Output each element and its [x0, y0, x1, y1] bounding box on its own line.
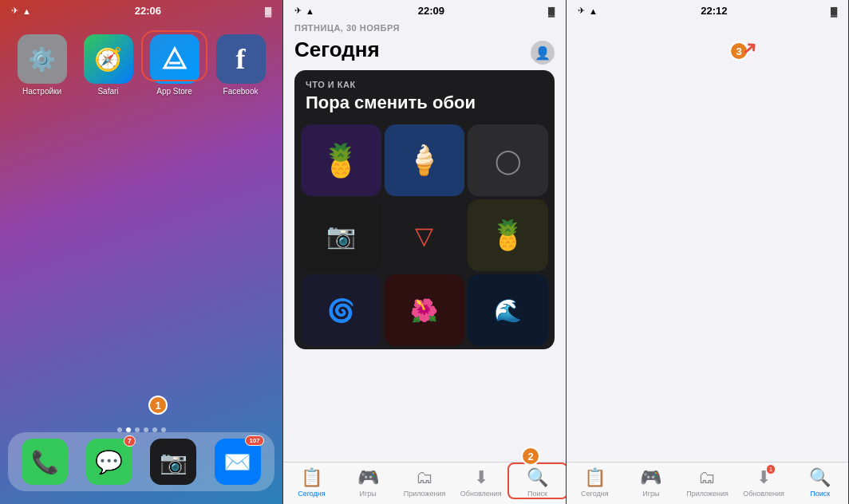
- status-right-3: ▓: [831, 6, 837, 16]
- battery-icon-1: ▓: [265, 6, 271, 16]
- wicon-8: 🌺: [385, 274, 465, 346]
- tab-updates-label: Обновления: [460, 490, 502, 498]
- tab-today-3[interactable]: 📋 Сегодня: [571, 467, 618, 498]
- screen-2-appstore: ✈ ▲ 22:09 ▓ ПЯТНИЦА, 30 НОЯБРЯ Сегодня 👤…: [283, 0, 567, 504]
- tab-search-2[interactable]: 🔍 Поиск: [514, 467, 562, 498]
- wifi-icon-2: ▲: [306, 6, 314, 16]
- tab-apps-3[interactable]: 🗂 Приложения: [683, 467, 731, 498]
- screen-3-search: ✈ ▲ 22:12 ▓ 🔍 Скачать видео... ✕ Отменит…: [567, 0, 849, 504]
- wicon-7: 🌀: [301, 274, 381, 346]
- status-left: ✈ ▲: [11, 6, 31, 16]
- tab-today-2[interactable]: 📋 Сегодня: [287, 467, 335, 498]
- tab-games-3[interactable]: 🎮 Игры: [627, 467, 675, 498]
- step-badge-1: 1: [148, 396, 168, 415]
- clock-1: 22:06: [135, 5, 161, 17]
- settings-icon: ⚙️: [18, 34, 67, 84]
- tab-updates-label-3: Обновления: [743, 490, 784, 498]
- tab-search-label-2: Поиск: [527, 490, 547, 498]
- status-right: ▓: [265, 6, 271, 16]
- tab-today-icon: 📋: [301, 467, 322, 488]
- featured-card[interactable]: ЧТО И КАК Пора сменить обои 🍍 🍦 ◯ 📷 ▽ 🍍 …: [294, 70, 555, 349]
- search-bg: [567, 0, 848, 504]
- tab-search-icon-3: 🔍: [809, 467, 831, 488]
- tab-apps-icon: 🗂: [416, 467, 433, 488]
- status-bar-2: ✈ ▲ 22:09 ▓: [283, 0, 566, 18]
- wifi-icon: ▲: [22, 6, 31, 16]
- tab-updates-3[interactable]: ⬇ 1 Обновления: [740, 467, 788, 498]
- tab-updates-icon: ⬇: [474, 467, 488, 488]
- featured-title: Пора сменить обои: [294, 93, 555, 121]
- safari-label: Safari: [97, 87, 118, 96]
- airplane-icon-3: ✈: [578, 6, 585, 16]
- screen-1-home: ✈ ▲ 22:06 ▓ ⚙️ Настройки 🧭 Safari: [0, 0, 283, 504]
- clock-3: 22:12: [701, 5, 727, 17]
- dock-mail[interactable]: ✉️ 107: [215, 439, 261, 485]
- featured-category: ЧТО И КАК: [294, 70, 555, 93]
- tab-apps-2[interactable]: 🗂 Приложения: [401, 467, 448, 498]
- tab-games-2[interactable]: 🎮 Игры: [344, 467, 392, 498]
- airplane-icon-2: ✈: [294, 6, 302, 16]
- tab-games-icon: 🎮: [357, 467, 379, 488]
- wicon-6: 🍍: [468, 199, 548, 271]
- app-settings[interactable]: ⚙️ Настройки: [13, 34, 71, 96]
- wicon-2: 🍦: [385, 124, 465, 196]
- tab-today-label-3: Сегодня: [581, 490, 609, 498]
- tab-games-label: Игры: [360, 490, 377, 498]
- tab-updates-icon-3: ⬇ 1: [756, 467, 771, 488]
- dock-messages[interactable]: 💬 7: [86, 439, 132, 485]
- facebook-icon: f: [216, 34, 266, 84]
- messages-badge: 7: [124, 435, 136, 447]
- wicon-4: 📷: [301, 199, 381, 271]
- safari-icon: 🧭: [84, 34, 133, 84]
- status-bar-1: ✈ ▲ 22:06 ▓: [0, 0, 282, 18]
- tab-updates-2[interactable]: ⬇ Обновления: [457, 467, 505, 498]
- user-avatar[interactable]: 👤: [531, 41, 555, 65]
- status-right-2: ▓: [548, 6, 555, 16]
- clock-2: 22:09: [418, 5, 444, 17]
- appstore-label: App Store: [156, 87, 192, 96]
- appstore-header: ПЯТНИЦА, 30 НОЯБРЯ Сегодня 👤: [283, 18, 566, 70]
- app-grid: ⚙️ Настройки 🧭 Safari App Store f Facebo…: [0, 18, 282, 112]
- status-left-2: ✈ ▲: [294, 6, 314, 16]
- settings-label: Настройки: [22, 87, 61, 96]
- app-facebook[interactable]: f Facebook: [211, 34, 270, 96]
- today-title: Сегодня: [294, 33, 555, 65]
- wallpaper-icons: 🍍 🍦 ◯ 📷 ▽ 🍍 🌀 🌺 🌊: [294, 121, 555, 349]
- tab-search-icon-2: 🔍: [527, 467, 548, 488]
- dock: 📞 💬 7 📷 ✉️ 107: [8, 432, 274, 491]
- wicon-9: 🌊: [468, 274, 548, 346]
- tab-apps-label: Приложения: [404, 490, 446, 498]
- tab-apps-label-3: Приложения: [686, 490, 729, 498]
- app-safari[interactable]: 🧭 Safari: [79, 34, 137, 96]
- tab-games-icon-3: 🎮: [640, 467, 661, 488]
- dock-camera[interactable]: 📷: [150, 439, 196, 485]
- tab-bar-2: 📋 Сегодня 🎮 Игры 🗂 Приложения ⬇ Обновлен…: [283, 462, 566, 504]
- status-bar-3: ✈ ▲ 22:12 ▓: [567, 0, 848, 18]
- step-badge-2: 2: [521, 447, 540, 466]
- tab-search-3[interactable]: 🔍 Поиск: [796, 467, 844, 498]
- tab-bar-3: 📋 Сегодня 🎮 Игры 🗂 Приложения ⬇ 1 Обновл…: [567, 462, 848, 504]
- facebook-label: Facebook: [223, 87, 259, 96]
- battery-icon-3: ▓: [831, 6, 837, 16]
- battery-icon-2: ▓: [548, 6, 555, 16]
- airplane-icon: ✈: [11, 6, 18, 16]
- wicon-5: ▽: [385, 199, 465, 271]
- app-appstore[interactable]: App Store: [145, 34, 203, 96]
- wicon-1: 🍍: [301, 124, 381, 196]
- appstore-icon: [150, 34, 199, 84]
- dock-phone[interactable]: 📞: [22, 439, 68, 485]
- wifi-icon-3: ▲: [589, 6, 598, 16]
- tab-today-label: Сегодня: [298, 490, 326, 498]
- date-label: ПЯТНИЦА, 30 НОЯБРЯ: [294, 23, 555, 33]
- tab-games-label-3: Игры: [642, 490, 659, 498]
- wicon-3: ◯: [468, 124, 548, 196]
- mail-badge: 107: [245, 435, 263, 446]
- tab-apps-icon-3: 🗂: [698, 467, 716, 488]
- status-left-3: ✈ ▲: [578, 6, 598, 16]
- tab-search-label-3: Поиск: [810, 490, 830, 498]
- tab-today-icon-3: 📋: [584, 467, 606, 488]
- updates-badge: 1: [766, 464, 776, 474]
